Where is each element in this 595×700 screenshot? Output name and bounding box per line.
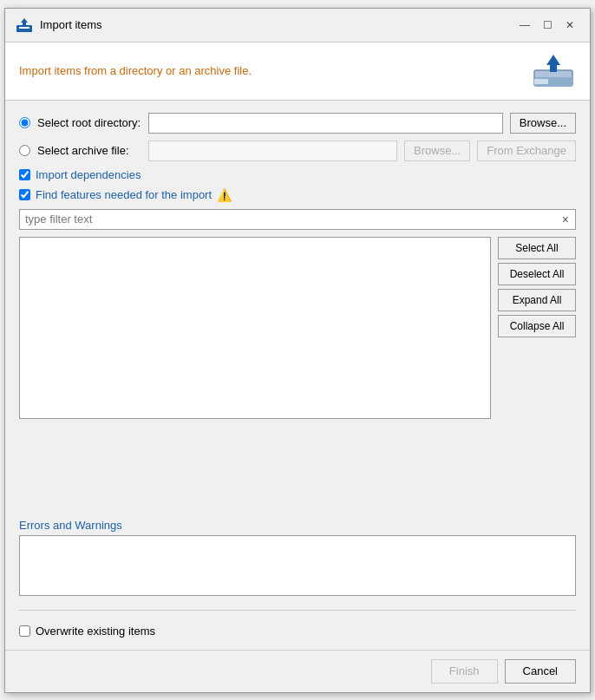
errors-box bbox=[19, 535, 576, 596]
from-exchange-button: From Exchange bbox=[477, 141, 576, 161]
overwrite-row: Overwrite existing items bbox=[19, 625, 576, 638]
dialog-title: Import items bbox=[40, 18, 102, 31]
header-text: Import items from a directory or an arch… bbox=[19, 64, 252, 77]
minimize-button[interactable]: — bbox=[515, 16, 534, 35]
tree-box[interactable] bbox=[19, 237, 491, 419]
filter-clear-button[interactable]: × bbox=[559, 213, 572, 226]
import-deps-row: Import dependencies bbox=[19, 168, 576, 181]
content-section: Select root directory: Browse... Select … bbox=[5, 101, 590, 650]
dialog-body: Import items from a directory or an arch… bbox=[5, 43, 590, 692]
header-section: Import items from a directory or an arch… bbox=[5, 43, 590, 101]
title-bar-controls: — ☐ ✕ bbox=[515, 16, 579, 35]
title-bar: Import items — ☐ ✕ bbox=[5, 9, 590, 43]
errors-label: Errors and Warnings bbox=[19, 519, 576, 532]
archive-browse-button: Browse... bbox=[404, 141, 470, 161]
filter-input[interactable] bbox=[19, 209, 576, 230]
import-deps-label: Import dependencies bbox=[36, 168, 141, 181]
archive-file-input bbox=[148, 141, 397, 161]
warning-icon: ⚠️ bbox=[217, 188, 232, 202]
root-dir-label: Select root directory: bbox=[37, 116, 141, 129]
cancel-button[interactable]: Cancel bbox=[505, 659, 576, 684]
side-buttons: Select All Deselect All Expand All Colla… bbox=[498, 237, 576, 512]
svg-marker-1 bbox=[21, 18, 28, 26]
import-dialog: Import items — ☐ ✕ Import items from a d… bbox=[4, 8, 591, 693]
import-deps-checkbox[interactable] bbox=[19, 169, 30, 180]
filter-row: × bbox=[19, 209, 576, 230]
archive-file-label: Select archive file: bbox=[37, 144, 141, 157]
collapse-all-button[interactable]: Collapse All bbox=[498, 315, 576, 337]
root-dir-input[interactable] bbox=[148, 113, 503, 134]
close-button[interactable]: ✕ bbox=[560, 16, 579, 35]
select-all-button[interactable]: Select All bbox=[498, 237, 576, 259]
svg-marker-5 bbox=[546, 55, 560, 72]
deselect-all-button[interactable]: Deselect All bbox=[498, 263, 576, 285]
archive-file-radio[interactable] bbox=[19, 145, 30, 156]
find-features-checkbox[interactable] bbox=[19, 189, 30, 200]
finish-button[interactable]: Finish bbox=[431, 659, 498, 684]
dialog-footer: Finish Cancel bbox=[5, 650, 590, 692]
errors-section: Errors and Warnings bbox=[19, 519, 576, 596]
separator bbox=[19, 610, 576, 611]
root-dir-radio[interactable] bbox=[19, 117, 30, 128]
find-features-row: Find features needed for the import ⚠️ bbox=[19, 188, 576, 202]
header-import-icon bbox=[531, 53, 576, 89]
svg-rect-2 bbox=[19, 27, 29, 29]
expand-all-button[interactable]: Expand All bbox=[498, 289, 576, 311]
overwrite-label: Overwrite existing items bbox=[36, 625, 155, 638]
tree-area: Select All Deselect All Expand All Colla… bbox=[19, 237, 576, 512]
svg-rect-6 bbox=[534, 79, 548, 84]
maximize-button[interactable]: ☐ bbox=[538, 16, 557, 35]
archive-file-row: Select archive file: Browse... From Exch… bbox=[19, 141, 576, 161]
overwrite-checkbox[interactable] bbox=[19, 625, 30, 637]
root-dir-browse-button[interactable]: Browse... bbox=[510, 113, 576, 134]
find-features-label: Find features needed for the import bbox=[36, 188, 212, 201]
title-bar-left: Import items bbox=[16, 16, 102, 34]
root-dir-row: Select root directory: Browse... bbox=[19, 113, 576, 134]
app-icon bbox=[16, 16, 33, 34]
